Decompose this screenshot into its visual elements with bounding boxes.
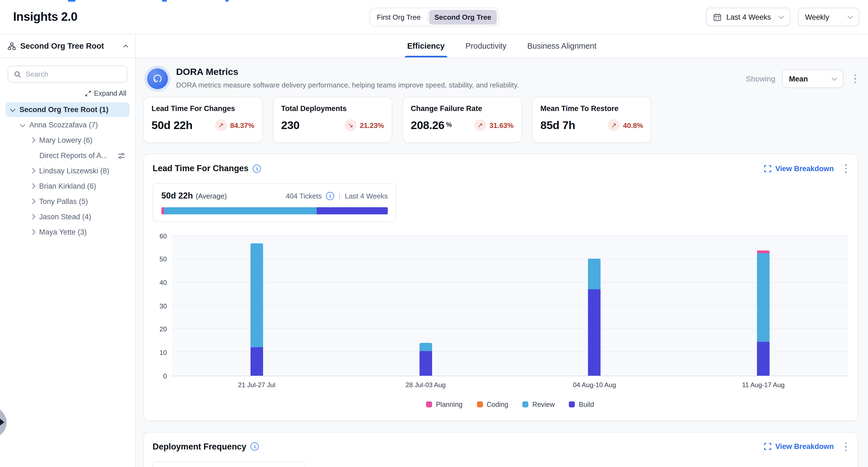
showing-label: Showing (746, 74, 775, 83)
legend-swatch (569, 401, 575, 407)
lead-time-summary-card: 50d 22h (Average) 404 Tickets i | Last 4… (153, 183, 397, 222)
bar-segment-build (588, 289, 601, 375)
sidebar-header[interactable]: Second Org Tree Root (0, 34, 135, 58)
org-tree-toggle: First Org Tree Second Org Tree (369, 8, 499, 26)
chevron-right-icon (30, 199, 35, 204)
stat-card-title: Lead Time For Changes (152, 104, 254, 113)
x-tick-label: 11 Aug-17 Aug (679, 381, 848, 388)
tree-item[interactable]: Tony Pallas (5) (5, 194, 130, 209)
legend-label: Build (579, 401, 594, 408)
date-range-select[interactable]: Last 4 Weeks (706, 8, 790, 26)
search-box (8, 66, 127, 83)
trend-value: 40.8% (623, 121, 643, 129)
org-toggle-first[interactable]: First Org Tree (371, 9, 426, 24)
summary-bar-segment-review (164, 207, 316, 214)
y-tick-label: 40 (159, 279, 167, 286)
summary-range: Last 4 Weeks (345, 192, 388, 200)
tree-item-label: Anna Scozzafava (7) (29, 121, 98, 129)
tree-item[interactable]: Second Org Tree Root (1) (5, 102, 130, 117)
tab-productivity[interactable]: Productivity (465, 34, 506, 57)
lead-time-plot (172, 236, 848, 376)
info-icon[interactable]: i (253, 165, 261, 173)
stat-card-value: 50d 22h (152, 119, 192, 132)
view-breakdown-label: View Breakdown (775, 165, 834, 173)
value-suffix: % (446, 121, 452, 128)
bar-segment-build (250, 347, 263, 375)
y-tick-label: 10 (159, 349, 167, 356)
legend-item-review[interactable]: Review (522, 401, 555, 408)
summary-bar-segment-planning (161, 207, 164, 214)
info-icon[interactable]: i (251, 443, 259, 451)
view-breakdown-button[interactable]: View Breakdown (764, 165, 834, 173)
deployment-frequency-panel: Deployment Frequency i View Breakdown (143, 432, 858, 467)
stacked-bar[interactable] (419, 343, 432, 375)
more-menu[interactable] (843, 440, 849, 453)
org-toggle-second[interactable]: Second Org Tree (429, 9, 497, 24)
stat-card-value: 208.26% (411, 119, 452, 132)
chevron-up-icon (124, 45, 128, 50)
stat-card-trend: ↘21.23% (345, 119, 384, 131)
tickets-count: 404 Tickets (286, 192, 322, 200)
stat-card: Mean Time To Restore85d 7h↗40.8% (532, 97, 651, 143)
app-title: Insights 2.0 (9, 10, 78, 24)
summary-bar-segment-build (316, 207, 388, 214)
legend-label: Review (532, 401, 555, 408)
stacked-bar[interactable] (757, 251, 770, 376)
stat-card-title: Total Deployments (281, 104, 384, 113)
org-tree-icon (8, 42, 16, 50)
chevron-right-icon (30, 138, 35, 143)
clipped-link-fragment (68, 0, 75, 2)
date-range-value: Last 4 Weeks (726, 13, 771, 21)
clipped-link-fragment (225, 0, 228, 2)
lead-time-title-row: Lead Time For Changes i (153, 164, 261, 174)
deployment-summary-card-partial (153, 462, 306, 467)
summary-value: 50d 22h (161, 191, 193, 200)
dora-icon (147, 68, 168, 89)
legend-label: Planning (436, 401, 462, 408)
chevron-right-icon (30, 184, 35, 189)
showing-control: Showing Mean (746, 69, 858, 88)
tree-item[interactable]: Maya Yette (3) (5, 225, 130, 240)
legend-item-planning[interactable]: Planning (426, 401, 462, 408)
trend-value: 31.63% (490, 121, 514, 129)
tree-item[interactable]: Brian Kirkland (6) (5, 179, 130, 194)
legend-item-coding[interactable]: Coding (477, 401, 508, 408)
info-icon[interactable]: i (326, 192, 334, 200)
search-input[interactable] (26, 70, 121, 78)
expand-all-button[interactable]: Expand All (85, 90, 126, 97)
sidebar: Second Org Tree Root Expand All (0, 34, 136, 467)
stacked-bar[interactable] (588, 259, 601, 375)
legend-item-build[interactable]: Build (569, 401, 594, 408)
tab-business-alignment[interactable]: Business Alignment (527, 34, 596, 57)
stat-card-trend: ↗84.37% (215, 119, 254, 131)
x-tick-label: 21 Jul-27 Jul (172, 381, 341, 388)
x-tick-label: 04 Aug-10 Aug (510, 381, 679, 388)
stat-card-title: Change Failure Rate (411, 104, 514, 113)
clipped-link-fragment (162, 0, 167, 2)
tree-item[interactable]: Lindsay Liszewski (8) (5, 163, 130, 178)
view-breakdown-button[interactable]: View Breakdown (764, 443, 834, 451)
search-icon (14, 70, 21, 78)
bar-segment-build (757, 342, 770, 375)
more-menu[interactable] (843, 162, 849, 175)
trend-down-icon: ↘ (345, 119, 356, 131)
arrow-right-icon (0, 418, 4, 426)
tree-item[interactable]: Mary Lowery (6) (5, 133, 130, 148)
tree-item[interactable]: Anna Scozzafava (7) (5, 118, 130, 132)
tab-efficiency[interactable]: Efficiency (407, 34, 445, 57)
bar-segment-review (588, 259, 601, 289)
trend-value: 84.37% (230, 121, 254, 129)
sliders-icon[interactable] (118, 152, 125, 159)
tree-item-label: Brian Kirkland (6) (39, 182, 96, 190)
tree-item[interactable]: Direct Reports of A... (5, 148, 130, 163)
stacked-bar[interactable] (250, 244, 263, 375)
tree-item[interactable]: Jason Stead (4) (5, 210, 130, 224)
chevron-right-icon (30, 214, 35, 219)
granularity-select[interactable]: Weekly (798, 8, 859, 26)
legend-label: Coding (487, 401, 508, 408)
chevron-down-icon (779, 13, 784, 19)
more-menu[interactable] (852, 72, 858, 86)
aggregation-select[interactable]: Mean (782, 69, 843, 88)
sidebar-title: Second Org Tree Root (20, 41, 120, 50)
chevron-down-icon (20, 122, 25, 127)
